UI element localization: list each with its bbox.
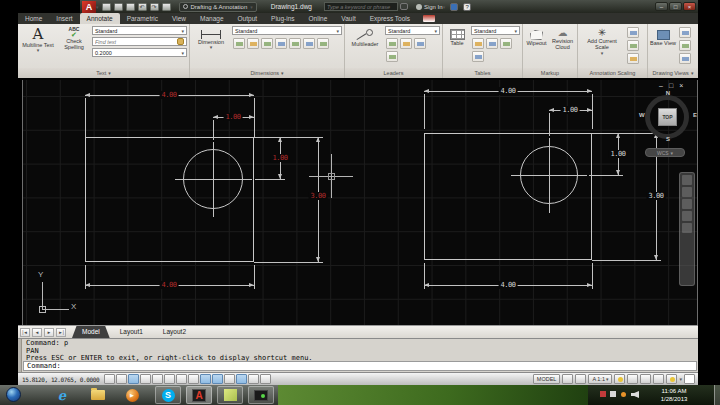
- model-space-canvas[interactable]: 4.00 1.00 1.00 3.00 4.00 4.00 1.00 1.00 …: [22, 80, 698, 325]
- 3d-object-snap-toggle[interactable]: [176, 374, 187, 384]
- tab-home[interactable]: Home: [18, 13, 49, 24]
- detail-view-icon[interactable]: [679, 53, 691, 64]
- tab-online[interactable]: Online: [302, 13, 335, 24]
- save-icon[interactable]: [126, 3, 135, 11]
- redo-icon[interactable]: ↷: [150, 3, 159, 11]
- dynamic-input-toggle[interactable]: [212, 374, 223, 384]
- status-menu-caret-icon[interactable]: ▾: [679, 376, 682, 382]
- dim-update-icon[interactable]: [303, 38, 315, 49]
- internet-explorer-icon[interactable]: e: [54, 388, 70, 402]
- help-icon[interactable]: ?: [463, 3, 471, 11]
- tab-parametric[interactable]: Parametric: [120, 13, 165, 24]
- wipeout-button[interactable]: Wipeout: [525, 26, 548, 68]
- close-button[interactable]: ×: [683, 2, 696, 11]
- autocad-button[interactable]: A: [186, 386, 212, 404]
- viewcube-north[interactable]: N: [666, 90, 670, 96]
- transparency-toggle[interactable]: [236, 374, 247, 384]
- check-spelling-button[interactable]: ABC ✔ Check Spelling: [58, 26, 90, 68]
- revision-cloud-button[interactable]: ☁ Revision Cloud: [550, 26, 575, 68]
- leader-collect-icon[interactable]: [386, 51, 398, 62]
- lineweight-toggle[interactable]: [224, 374, 235, 384]
- annotation-scaling-panel-label[interactable]: Annotation Scaling: [578, 68, 647, 78]
- right-dim-depth[interactable]: 1.00: [609, 150, 628, 158]
- command-window[interactable]: Command: p PAN Press ESC or ENTER to exi…: [18, 338, 698, 372]
- clock[interactable]: 11:06 AM 1/28/2013: [648, 387, 700, 403]
- workspace-switcher[interactable]: Drafting & Annotation ▾: [179, 2, 257, 12]
- tab-plugins[interactable]: Plug-ins: [264, 13, 301, 24]
- multileader-button[interactable]: Multileader: [347, 26, 383, 68]
- viewcube-top-face[interactable]: TOP: [658, 108, 677, 126]
- download-from-source-icon[interactable]: [500, 38, 512, 49]
- find-text-input[interactable]: [95, 39, 175, 45]
- tables-panel-label[interactable]: Tables: [443, 68, 522, 78]
- model-space-button[interactable]: MODEL: [533, 374, 561, 384]
- annotation-scale-button[interactable]: A 1:1▾: [588, 374, 612, 384]
- dim-adjust-space-icon[interactable]: [275, 38, 287, 49]
- tab-layout2[interactable]: Layout2: [153, 326, 196, 338]
- tab-annotate[interactable]: Annotate: [80, 13, 120, 24]
- right-dim-offset[interactable]: 1.00: [561, 106, 580, 114]
- media-player-icon[interactable]: ▶: [124, 388, 140, 402]
- text-style-dropdown[interactable]: Standard ▾: [92, 26, 187, 35]
- left-dim-height[interactable]: 3.00: [309, 192, 328, 200]
- polar-tracking-toggle[interactable]: [152, 374, 163, 384]
- upload-to-source-icon[interactable]: [472, 51, 484, 62]
- skype-button[interactable]: S: [155, 386, 181, 404]
- navigation-bar[interactable]: [679, 172, 695, 286]
- show-desktop-button[interactable]: [714, 385, 720, 405]
- left-dim-offset[interactable]: 1.00: [224, 113, 243, 121]
- table-style-dropdown[interactable]: Standard ▾: [471, 26, 520, 35]
- infocenter-search[interactable]: [324, 2, 398, 11]
- next-layout-button[interactable]: ►: [44, 328, 54, 337]
- dimensions-panel-label[interactable]: Dimensions▾: [190, 68, 344, 78]
- quick-properties-toggle[interactable]: [248, 374, 259, 384]
- showmotion-icon[interactable]: [682, 223, 692, 233]
- zoom-icon[interactable]: [682, 199, 692, 209]
- markup-panel-label[interactable]: Markup: [523, 68, 577, 78]
- undo-icon[interactable]: ↶: [138, 3, 147, 11]
- table-button[interactable]: Table: [445, 26, 469, 68]
- tab-manage[interactable]: Manage: [193, 13, 231, 24]
- dim-baseline-icon[interactable]: [261, 38, 273, 49]
- quick-view-drawings-icon[interactable]: [575, 374, 586, 384]
- dim-style-dropdown[interactable]: Standard ▾: [232, 26, 342, 35]
- add-current-scale-button[interactable]: ✳ Add Current Scale ▾: [580, 26, 624, 68]
- quick-view-layouts-icon[interactable]: [562, 374, 573, 384]
- right-dim-height[interactable]: 3.00: [647, 192, 666, 200]
- plot-icon[interactable]: [162, 3, 171, 11]
- screen-recorder-button[interactable]: [248, 386, 274, 404]
- text-panel-label[interactable]: Text▾: [18, 68, 189, 78]
- snap-mode-toggle[interactable]: [116, 374, 127, 384]
- viewcube-west[interactable]: W: [639, 112, 645, 118]
- restore-button[interactable]: □: [669, 2, 682, 11]
- update-icon[interactable]: [621, 392, 626, 397]
- file-explorer-icon[interactable]: [90, 388, 106, 402]
- add-delete-scales-icon[interactable]: [627, 40, 639, 51]
- sticky-notes-button[interactable]: [217, 386, 243, 404]
- tab-model[interactable]: Model: [72, 326, 110, 338]
- infer-constraints-toggle[interactable]: [104, 374, 115, 384]
- find-text-field[interactable]: [92, 37, 187, 46]
- leaders-panel-label[interactable]: Leaders: [345, 68, 442, 78]
- dim-linear-icon[interactable]: [233, 38, 245, 49]
- tab-output[interactable]: Output: [231, 13, 265, 24]
- drawing-views-panel-label[interactable]: Drawing Views▾: [648, 68, 698, 78]
- tab-vault[interactable]: Vault: [334, 13, 362, 24]
- tab-layout1[interactable]: Layout1: [110, 326, 153, 338]
- command-window-grip[interactable]: [18, 339, 22, 373]
- leader-remove-icon[interactable]: [400, 38, 412, 49]
- sync-scale-positions-icon[interactable]: [627, 53, 639, 64]
- isolate-objects-icon[interactable]: [666, 374, 677, 384]
- start-button[interactable]: [6, 387, 21, 402]
- lock-ui-icon[interactable]: [653, 374, 664, 384]
- leader-align-icon[interactable]: [414, 38, 426, 49]
- drawing-restore-button[interactable]: □: [669, 82, 673, 89]
- left-dim-top[interactable]: 4.00: [160, 91, 179, 99]
- last-layout-button[interactable]: ►|: [56, 328, 66, 337]
- search-binoculars-icon[interactable]: [400, 3, 408, 10]
- action-center-icon[interactable]: [600, 391, 606, 397]
- text-height-dropdown[interactable]: 0.2000 ▾: [92, 48, 187, 57]
- installer-icon[interactable]: [610, 391, 616, 397]
- sign-in-button[interactable]: Sign In: [424, 4, 443, 10]
- wcs-dropdown[interactable]: WCS▾: [645, 148, 685, 157]
